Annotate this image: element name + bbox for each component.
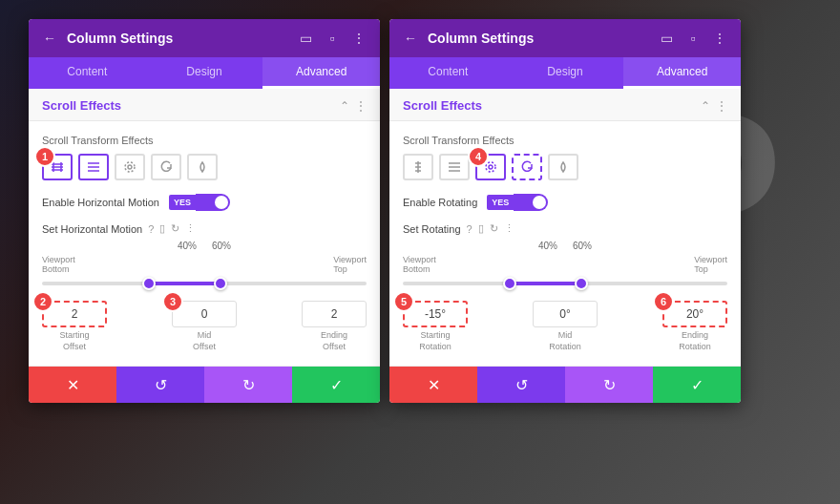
- effect-btn-5-right[interactable]: [548, 154, 578, 180]
- motion-device-right[interactable]: ▯: [478, 222, 484, 235]
- panel-right-title: Column Settings: [428, 31, 649, 46]
- enable-label-right: Enable Rotating: [403, 197, 477, 208]
- motion-reset-right[interactable]: ↻: [490, 222, 498, 235]
- section-icons-right: ⌃ ⋮: [701, 99, 727, 113]
- motion-more-right[interactable]: ⋮: [504, 222, 514, 235]
- slider-thumb1-right[interactable]: [503, 277, 516, 290]
- svg-point-8: [125, 162, 135, 172]
- more-icon-left[interactable]: ⋮: [349, 29, 368, 48]
- value-group-ending-left: EndingOffset: [302, 301, 367, 352]
- effect-btn-3-left[interactable]: [115, 154, 145, 180]
- motion-header-left: Set Horizontal Motion ? ▯ ↻ ⋮: [42, 222, 367, 235]
- expand-icon-right[interactable]: ▭: [657, 29, 676, 48]
- toggle-track-right[interactable]: [514, 194, 548, 211]
- effect-btn-2-left[interactable]: [78, 154, 109, 180]
- ending-offset-input-left[interactable]: [302, 301, 367, 327]
- value-group-ending-right: 6 EndingRotation: [662, 301, 727, 352]
- starting-offset-label-left: StartingOffset: [59, 330, 89, 352]
- effect-btn-3-right[interactable]: 4: [475, 154, 506, 180]
- badge-3: 3: [162, 291, 183, 312]
- undo-btn-left[interactable]: ↺: [116, 367, 204, 403]
- collapse-section-left[interactable]: ⌃: [340, 99, 349, 113]
- effect-btn-1-right[interactable]: [403, 154, 433, 180]
- slider-track-wrap-left[interactable]: [42, 276, 367, 291]
- effect-btn-5-left[interactable]: [187, 154, 218, 180]
- slider-thumb1-left[interactable]: [142, 277, 156, 290]
- badge-4: 4: [468, 146, 489, 167]
- expand-icon-left[interactable]: ▭: [296, 29, 315, 48]
- badge-6: 6: [653, 291, 674, 312]
- section-title-left: Scroll Effects: [42, 98, 340, 113]
- badge-5: 5: [393, 291, 414, 312]
- tab-left-advanced[interactable]: Advanced: [262, 57, 380, 89]
- mid-rotation-input-right[interactable]: [533, 301, 598, 327]
- motion-help-right[interactable]: ?: [467, 223, 472, 235]
- transform-label-right: Scroll Transform Effects: [403, 135, 727, 146]
- enable-label-left: Enable Horizontal Motion: [42, 197, 159, 208]
- badge-2: 2: [32, 291, 53, 312]
- value-input-wrap-ending-right: 6: [662, 301, 727, 327]
- viewport-bottom-left: ViewportBottom: [42, 255, 75, 274]
- motion-reset-left[interactable]: ↻: [171, 222, 179, 235]
- tab-left-content[interactable]: Content: [29, 57, 146, 89]
- value-input-wrap-mid-left: 3: [172, 301, 237, 327]
- slider-track-wrap-right[interactable]: [403, 276, 727, 291]
- more-icon-right[interactable]: ⋮: [710, 29, 729, 48]
- tab-left-design[interactable]: Design: [146, 57, 263, 89]
- slider-section-right: 40% 60% ViewportBottom ViewportTop: [403, 241, 727, 291]
- toggle-track-left[interactable]: [196, 194, 230, 211]
- svg-point-9: [128, 165, 132, 169]
- tab-right-design[interactable]: Design: [507, 57, 624, 89]
- effect-btn-4-left[interactable]: [151, 154, 181, 180]
- slider-thumb2-right[interactable]: [575, 277, 588, 290]
- slider-label-40-right: 40%: [538, 241, 557, 251]
- tabs-left: Content Design Advanced: [29, 57, 380, 89]
- effect-btn-4-right[interactable]: [512, 154, 542, 180]
- slider-label-60-right: 60%: [573, 241, 592, 251]
- more-section-right[interactable]: ⋮: [716, 99, 727, 113]
- slider-label-60-left: 60%: [212, 241, 231, 251]
- undo-btn-right[interactable]: ↺: [477, 367, 565, 403]
- back-icon-right[interactable]: ←: [401, 29, 420, 48]
- panel-left: ← Column Settings ▭ ▫ ⋮ Content Design A…: [29, 19, 380, 403]
- slider-track-left[interactable]: [42, 282, 367, 285]
- collapse-icon-left[interactable]: ▫: [323, 29, 342, 48]
- slider-fill-right: [510, 282, 581, 285]
- back-icon-left[interactable]: ←: [40, 29, 59, 48]
- slider-viewport-right: ViewportBottom ViewportTop: [403, 255, 727, 274]
- save-btn-left[interactable]: ✓: [292, 367, 380, 403]
- save-btn-right[interactable]: ✓: [653, 367, 741, 403]
- motion-device-left[interactable]: ▯: [159, 222, 165, 235]
- cancel-btn-right[interactable]: ✕: [389, 367, 477, 403]
- viewport-bottom-right: ViewportBottom: [403, 255, 436, 274]
- tab-right-content[interactable]: Content: [389, 57, 507, 89]
- section-header-right: Scroll Effects ⌃ ⋮: [389, 89, 741, 121]
- panel-right-footer: ✕ ↺ ↻ ✓: [389, 366, 741, 403]
- motion-label-left: Set Horizontal Motion: [42, 223, 142, 235]
- values-row-left: 2 StartingOffset 3 MidOffset EndingOffse…: [42, 301, 367, 352]
- toggle-left[interactable]: YES: [169, 194, 230, 211]
- toggle-right[interactable]: YES: [487, 194, 548, 211]
- cancel-btn-left[interactable]: ✕: [29, 367, 116, 403]
- motion-help-left[interactable]: ?: [148, 223, 154, 235]
- starting-rotation-label-right: StartingRotation: [419, 330, 452, 352]
- section-title-right: Scroll Effects: [403, 98, 701, 113]
- redo-btn-right[interactable]: ↻: [565, 367, 653, 403]
- effect-btn-1-left[interactable]: 1: [42, 154, 73, 180]
- value-group-starting-right: 5 StartingRotation: [403, 301, 468, 352]
- panel-left-header: ← Column Settings ▭ ▫ ⋮: [29, 19, 380, 57]
- panel-right-body: Scroll Transform Effects 4: [389, 121, 741, 366]
- panel-left-title: Column Settings: [67, 31, 288, 46]
- collapse-section-right[interactable]: ⌃: [701, 99, 710, 113]
- value-group-mid-right: MidRotation: [533, 301, 598, 352]
- viewport-top-left: ViewportTop: [333, 255, 367, 274]
- tab-right-advanced[interactable]: Advanced: [623, 57, 741, 89]
- redo-btn-left[interactable]: ↻: [204, 367, 292, 403]
- motion-more-left[interactable]: ⋮: [185, 222, 196, 235]
- slider-track-right[interactable]: [403, 282, 727, 285]
- collapse-icon-right[interactable]: ▫: [683, 29, 703, 48]
- effect-btn-2-right[interactable]: [439, 154, 470, 180]
- more-section-left[interactable]: ⋮: [355, 99, 367, 113]
- slider-thumb2-left[interactable]: [214, 277, 227, 290]
- value-input-wrap-starting-left: 2: [42, 301, 107, 327]
